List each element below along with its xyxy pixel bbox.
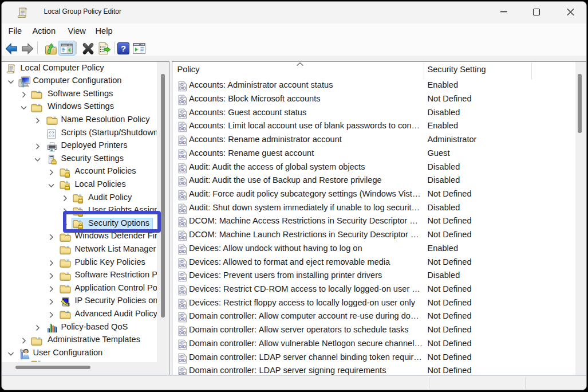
svg-text:?: ? xyxy=(121,44,126,53)
